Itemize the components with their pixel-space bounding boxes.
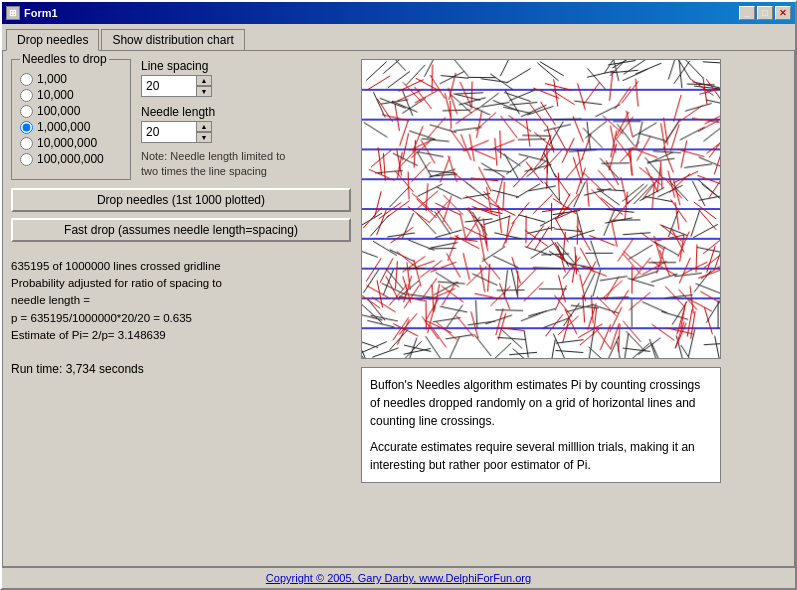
line-spacing-spinner-buttons: ▲ ▼ bbox=[196, 75, 212, 97]
main-window: ⊞ Form1 _ □ ✕ Drop needles Show distribu… bbox=[0, 0, 797, 590]
needle-length-note: Note: Needle length limited to two times… bbox=[141, 149, 301, 180]
window-title: Form1 bbox=[24, 7, 58, 19]
minimize-button[interactable]: _ bbox=[739, 6, 755, 20]
line-spacing-input[interactable] bbox=[141, 75, 196, 97]
run-time: Run time: 3,734 seconds bbox=[11, 362, 351, 376]
needle-length-up[interactable]: ▲ bbox=[196, 121, 212, 132]
title-buttons: _ □ ✕ bbox=[739, 6, 791, 20]
radio-10000[interactable]: 10,000 bbox=[20, 88, 122, 102]
left-panel: Needles to drop 1,000 10,000 100,000 bbox=[11, 59, 351, 558]
tab-show-chart[interactable]: Show distribution chart bbox=[101, 29, 244, 51]
footer: Copyright © 2005, Gary Darby, www.Delphi… bbox=[2, 567, 795, 588]
title-bar: ⊞ Form1 _ □ ✕ bbox=[2, 2, 795, 24]
radio-1000[interactable]: 1,000 bbox=[20, 72, 122, 86]
needle-length-spinner-buttons: ▲ ▼ bbox=[196, 121, 212, 143]
needles-group-title: Needles to drop bbox=[20, 52, 109, 66]
maximize-button[interactable]: □ bbox=[757, 6, 773, 20]
line-spacing-up[interactable]: ▲ bbox=[196, 75, 212, 86]
info-para1: Buffon's Needles algorithm estimates Pi … bbox=[370, 376, 712, 430]
right-panel: Buffon's Needles algorithm estimates Pi … bbox=[361, 59, 786, 558]
spinner-group: Line spacing ▲ ▼ Needle length bbox=[141, 59, 301, 180]
radio-100000[interactable]: 100,000 bbox=[20, 104, 122, 118]
needle-length-group: Needle length ▲ ▼ Note: Needle length li… bbox=[141, 105, 301, 180]
needle-length-down[interactable]: ▼ bbox=[196, 132, 212, 143]
line-spacing-control: ▲ ▼ bbox=[141, 75, 301, 97]
stats-section: 635195 of 1000000 lines crossed gridline… bbox=[11, 258, 351, 344]
drop-needles-button[interactable]: Drop needles (1st 1000 plotted) bbox=[11, 188, 351, 212]
radio-group: 1,000 10,000 100,000 1,000,000 bbox=[20, 72, 122, 166]
close-button[interactable]: ✕ bbox=[775, 6, 791, 20]
needle-length-input[interactable] bbox=[141, 121, 196, 143]
needle-length-label: Needle length bbox=[141, 105, 301, 119]
stat-line5: Estimate of Pi= 2/p= 3.148639 bbox=[11, 327, 351, 344]
needle-canvas-area bbox=[361, 59, 721, 359]
needle-length-control: ▲ ▼ bbox=[141, 121, 301, 143]
line-spacing-down[interactable]: ▼ bbox=[196, 86, 212, 97]
info-para2: Accurate estimates require several milll… bbox=[370, 438, 712, 474]
line-spacing-group: Line spacing ▲ ▼ bbox=[141, 59, 301, 97]
tab-bar: Drop needles Show distribution chart bbox=[2, 24, 795, 50]
radio-1000000[interactable]: 1,000,000 bbox=[20, 120, 122, 134]
needle-canvas bbox=[362, 60, 720, 358]
stat-line4: p = 635195/1000000*20/20 = 0.635 bbox=[11, 310, 351, 327]
app-icon: ⊞ bbox=[6, 6, 20, 20]
tab-drop-needles[interactable]: Drop needles bbox=[6, 29, 99, 51]
footer-link[interactable]: Copyright © 2005, Gary Darby, www.Delphi… bbox=[266, 572, 531, 584]
radio-10000000[interactable]: 10,000,000 bbox=[20, 136, 122, 150]
main-content: Needles to drop 1,000 10,000 100,000 bbox=[11, 59, 786, 558]
controls-row: Needles to drop 1,000 10,000 100,000 bbox=[11, 59, 351, 180]
title-bar-left: ⊞ Form1 bbox=[6, 6, 58, 20]
stat-line3: needle length = bbox=[11, 292, 351, 309]
line-spacing-label: Line spacing bbox=[141, 59, 301, 73]
buttons-section: Drop needles (1st 1000 plotted) Fast dro… bbox=[11, 188, 351, 242]
tab-content: Needles to drop 1,000 10,000 100,000 bbox=[2, 50, 795, 567]
radio-100000000[interactable]: 100,000,000 bbox=[20, 152, 122, 166]
info-box: Buffon's Needles algorithm estimates Pi … bbox=[361, 367, 721, 483]
needles-group: Needles to drop 1,000 10,000 100,000 bbox=[11, 59, 131, 180]
stat-line1: 635195 of 1000000 lines crossed gridline bbox=[11, 258, 351, 275]
fast-drop-button[interactable]: Fast drop (assumes needle length=spacing… bbox=[11, 218, 351, 242]
stat-line2: Probability adjusted for ratio of spacin… bbox=[11, 275, 351, 292]
